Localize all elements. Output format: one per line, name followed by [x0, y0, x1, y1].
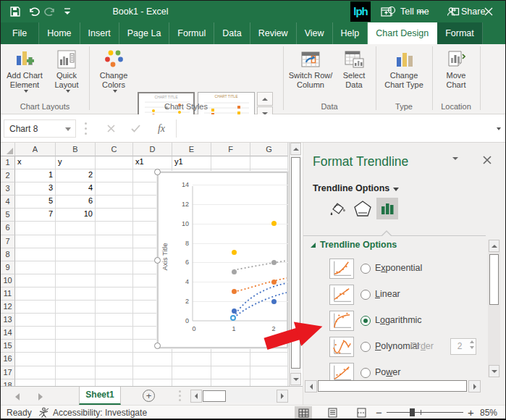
grid-cell-A1[interactable]: x [15, 156, 56, 169]
grid-cell-C1[interactable] [96, 156, 133, 169]
tell-me[interactable]: Tell me [387, 1, 429, 22]
grid-cell-A6[interactable] [15, 222, 56, 235]
pane-close-icon[interactable] [483, 156, 492, 167]
row-header-15[interactable]: 15 [1, 340, 15, 353]
pane-vertical-scrollbar[interactable] [488, 240, 500, 377]
zoom-level[interactable]: 85% [480, 408, 497, 418]
tab-help[interactable]: Help [333, 22, 368, 44]
grid-cell-E18[interactable] [172, 379, 211, 386]
grid-cell-E16[interactable] [172, 353, 211, 366]
zoom-out-button[interactable]: − [376, 406, 382, 419]
grid-cell-C18[interactable] [96, 379, 133, 386]
grid-cell-A13[interactable] [15, 314, 56, 327]
tab-insert[interactable]: Insert [80, 22, 119, 44]
row-header-17[interactable]: 17 [1, 366, 15, 379]
grid-cell-B4[interactable]: 6 [56, 196, 96, 209]
name-box[interactable]: Chart 8 [4, 119, 76, 138]
tab-chart-design[interactable]: Chart Design [368, 22, 437, 44]
radio-power[interactable] [360, 368, 371, 378]
grid-cell-D17[interactable] [133, 366, 172, 379]
tab-home[interactable]: Home [39, 22, 80, 44]
grid-cell-C4[interactable] [96, 196, 133, 209]
data-point-series-orange[interactable] [271, 280, 277, 285]
grid-cell-G1[interactable] [250, 156, 288, 169]
data-point-series-blue[interactable] [271, 299, 277, 304]
grid-cell-E17[interactable] [172, 366, 211, 379]
resize-handle[interactable] [154, 257, 161, 264]
grid-cell-F1[interactable] [211, 156, 250, 169]
tab-formul[interactable]: Formul [169, 22, 214, 44]
grid-cell-C13[interactable] [96, 314, 133, 327]
scroll-right-button[interactable] [277, 390, 288, 403]
row-header-13[interactable]: 13 [1, 314, 15, 327]
undo-icon[interactable] [27, 5, 41, 18]
grid-cell-C11[interactable] [96, 287, 133, 301]
grid-cell-C12[interactable] [96, 301, 133, 314]
grid-cell-B16[interactable] [56, 353, 96, 366]
scroll-left-button[interactable] [190, 390, 202, 403]
column-header-G[interactable]: G [250, 143, 288, 156]
accessibility-status[interactable]: Accessibility: Investigate [53, 408, 147, 418]
grid-cell-B5[interactable]: 10 [56, 209, 96, 222]
row-header-2[interactable]: 2 [1, 169, 15, 182]
grid-cell-B15[interactable] [56, 340, 96, 353]
accessibility-icon[interactable] [38, 407, 49, 420]
grid-cell-B10[interactable] [56, 274, 96, 287]
grid-cell-C17[interactable] [96, 366, 133, 379]
grid-cell-A2[interactable]: 1 [15, 169, 56, 182]
tab-page-la[interactable]: Page La [119, 22, 170, 44]
pane-scroll-left[interactable] [305, 380, 317, 392]
normal-view-button[interactable] [295, 406, 312, 419]
row-header-14[interactable]: 14 [1, 327, 15, 340]
grid-cell-A5[interactable]: 7 [15, 209, 56, 222]
column-header-D[interactable]: D [133, 143, 172, 156]
column-header-A[interactable]: A [15, 143, 56, 156]
grid-cell-D1[interactable]: x1 [133, 156, 172, 169]
data-point-series-orange[interactable] [232, 289, 237, 294]
order-spinner[interactable]: 2 [450, 338, 476, 355]
grid-cell-F17[interactable] [211, 366, 250, 379]
data-point-series-gray[interactable] [232, 269, 237, 274]
cancel-icon[interactable] [101, 119, 121, 138]
zoom-in-button[interactable]: + [468, 406, 474, 419]
pane-horizontal-scrollbar[interactable] [305, 380, 484, 392]
trendline-option-linear[interactable]: Linear [303, 285, 484, 306]
scroll-up-button[interactable] [290, 143, 301, 155]
vertical-scrollbar[interactable] [289, 143, 301, 386]
grid-cell-B18[interactable] [56, 379, 96, 386]
grid-cell-A8[interactable] [15, 248, 56, 261]
grid-cell-A15[interactable] [15, 340, 56, 353]
effects-tab[interactable] [352, 198, 374, 219]
grid-cell-C8[interactable] [96, 248, 133, 261]
grid-cell-C6[interactable] [96, 222, 133, 235]
formula-bar-splitter[interactable] [85, 122, 87, 135]
redo-icon[interactable] [43, 5, 57, 18]
enter-icon[interactable] [125, 119, 146, 138]
spinner-arrows-icon[interactable] [470, 340, 474, 349]
row-header-5[interactable]: 5 [1, 209, 15, 222]
grid-cell-A12[interactable] [15, 301, 56, 314]
fill-line-tab[interactable] [327, 198, 349, 219]
insert-function-button[interactable]: fx [151, 119, 172, 138]
page-break-view-button[interactable] [353, 406, 370, 419]
grid-cell-B1[interactable]: y [56, 156, 96, 169]
grid-cell-B9[interactable] [56, 261, 96, 274]
tab-view[interactable]: View [297, 22, 333, 44]
row-header-9[interactable]: 9 [1, 261, 15, 274]
resize-handle[interactable] [154, 169, 161, 175]
scroll-down-button[interactable] [290, 373, 301, 385]
grid-cell-B14[interactable] [56, 327, 96, 340]
page-layout-view-button[interactable] [324, 406, 341, 419]
share-button[interactable]: Share [447, 1, 485, 22]
grid-cell-B2[interactable]: 2 [56, 169, 96, 182]
zoom-slider-track[interactable] [387, 412, 463, 413]
column-header-B[interactable]: B [56, 143, 96, 156]
grid-cell-F16[interactable] [211, 353, 250, 366]
column-header-F[interactable]: F [211, 143, 250, 156]
customize-qat-icon[interactable] [60, 5, 75, 18]
data-point-series-gray[interactable] [271, 260, 277, 265]
grid-cell-A7[interactable] [15, 235, 56, 248]
grid-cell-D16[interactable] [133, 353, 172, 366]
trendline-options-tab[interactable] [376, 198, 398, 219]
move-chart-button[interactable]: Move Chart [435, 47, 477, 101]
